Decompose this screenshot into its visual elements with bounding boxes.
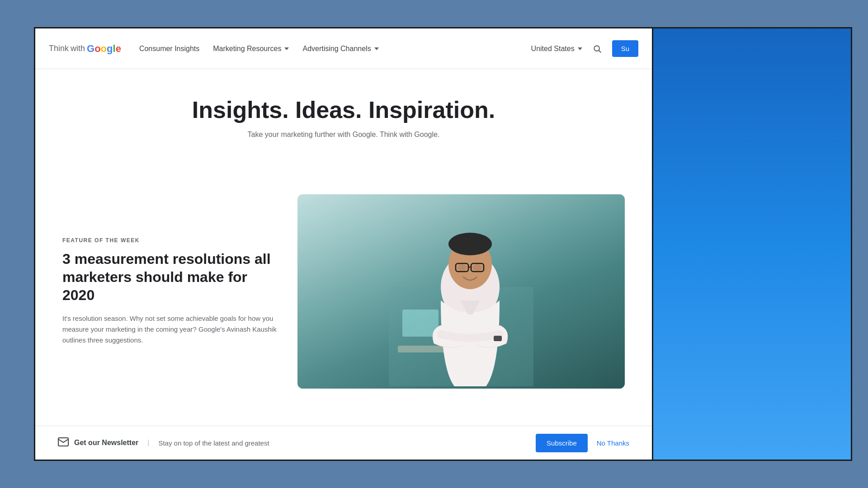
person-figure (389, 197, 533, 386)
newsletter-left: Get our Newsletter | Stay on top of the … (58, 437, 527, 449)
logo[interactable]: Think with Google (49, 43, 121, 55)
feature-description: It's resolution season. Why not set some… (62, 313, 279, 346)
svg-rect-14 (494, 336, 502, 341)
feature-section: FEATURE OF THE WEEK 3 measurement resolu… (35, 157, 652, 426)
nav-advertising-channels[interactable]: Advertising Channels (302, 45, 378, 53)
hero-subtitle: Take your marketing further with Google.… (49, 131, 638, 139)
logo-think: Think (49, 44, 69, 53)
navbar: Think with Google Consumer Insights Mark… (35, 28, 652, 69)
country-selector[interactable]: United States (531, 45, 582, 53)
svg-point-12 (458, 264, 467, 271)
logo-with: with (71, 44, 85, 53)
feature-title[interactable]: 3 measurement resolutions all marketers … (62, 250, 279, 304)
svg-point-13 (473, 264, 482, 271)
nav-consumer-insights[interactable]: Consumer Insights (139, 45, 199, 53)
nav-links: Consumer Insights Marketing Resources Ad… (139, 45, 531, 53)
right-blue-panel (653, 27, 852, 461)
feature-image[interactable] (297, 194, 625, 389)
advertising-channels-chevron (374, 47, 379, 50)
no-thanks-button[interactable]: No Thanks (597, 439, 629, 447)
subscribe-button[interactable]: Subscribe (536, 434, 588, 452)
marketing-resources-chevron (284, 47, 289, 50)
svg-point-0 (594, 46, 599, 51)
hero-section: Insights. Ideas. Inspiration. Take your … (35, 69, 652, 157)
svg-point-8 (448, 233, 492, 255)
svg-line-1 (599, 50, 601, 52)
newsletter-sub-text: Stay on top of the latest and greatest (158, 439, 269, 447)
hero-title: Insights. Ideas. Inspiration. (49, 96, 638, 123)
nav-subscribe-button[interactable]: Su (612, 40, 638, 57)
country-chevron (578, 47, 582, 50)
nav-marketing-resources[interactable]: Marketing Resources (213, 45, 289, 53)
newsletter-banner: Get our Newsletter | Stay on top of the … (35, 426, 652, 460)
newsletter-label: Get our Newsletter (74, 439, 138, 447)
feature-tag: FEATURE OF THE WEEK (62, 237, 279, 244)
logo-google: Google (87, 43, 121, 55)
search-button[interactable] (589, 41, 605, 57)
feature-text: FEATURE OF THE WEEK 3 measurement resolu… (62, 237, 279, 346)
newsletter-divider: | (147, 439, 149, 447)
nav-right: United States Su (531, 40, 638, 57)
main-window: Think with Google Consumer Insights Mark… (34, 27, 653, 461)
mail-icon (58, 437, 69, 449)
